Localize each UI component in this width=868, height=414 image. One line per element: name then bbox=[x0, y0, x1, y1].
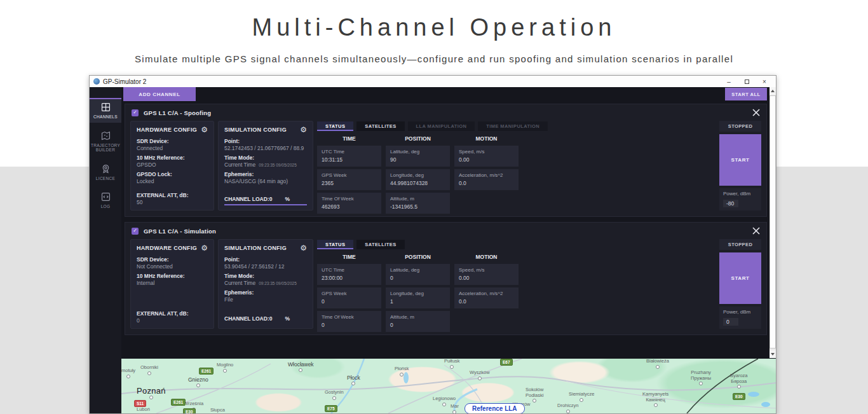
sidebar-item-label: CHANNELS bbox=[93, 114, 118, 120]
road-badge: S11 bbox=[134, 400, 146, 407]
gear-icon[interactable]: ⚙ bbox=[300, 244, 307, 252]
channel-name: GPS L1 C/A - Spoofing bbox=[144, 109, 211, 116]
gear-icon[interactable]: ⚙ bbox=[201, 244, 208, 252]
toolbar: ADD CHANNEL START ALL bbox=[121, 87, 776, 101]
ephemeris-value: NASA/USCG (64 min ago) bbox=[224, 178, 307, 184]
status-field: Altitude, m -1341965.5 bbox=[386, 193, 450, 214]
map-city-label: Wyszków bbox=[470, 370, 490, 380]
channel-card-spoofing: GPS L1 C/A - Spoofing HARDWARE CONFIG ⚙ bbox=[125, 104, 767, 217]
window-titlebar: GP-Simulator 2 – × bbox=[90, 76, 776, 87]
map-city-label: Kamyanyets Камянец bbox=[642, 392, 668, 407]
road-badge: E261 bbox=[199, 368, 214, 375]
map-city-label: Płońsk bbox=[395, 366, 409, 376]
road-badge: E67 bbox=[500, 359, 513, 366]
status-column-position: POSITION Latitude, deg 0 bbox=[386, 254, 450, 335]
page-title: Multi-Channel Operation bbox=[0, 14, 868, 41]
point-value: 52.1742453 / 21.06776967 / 88.9 bbox=[224, 145, 307, 151]
channel-enabled-checkbox[interactable] bbox=[132, 228, 139, 235]
time-stamp: 09:23:35 09/05/2025 bbox=[259, 281, 297, 286]
close-button[interactable]: × bbox=[756, 76, 773, 86]
point-label: Point: bbox=[224, 138, 307, 144]
tab-satellites[interactable]: SATELLITES bbox=[356, 240, 404, 249]
hardware-field: 10 MHz Reference: Internal bbox=[137, 273, 208, 286]
road-badge: E261 bbox=[171, 399, 186, 406]
minimize-button[interactable]: – bbox=[720, 76, 738, 86]
external-att-field: EXTERNAL ATT, dB: 50 bbox=[137, 189, 208, 205]
channel-close-button[interactable] bbox=[752, 227, 760, 235]
close-icon bbox=[752, 109, 760, 116]
map-city-label: Płock bbox=[347, 375, 360, 385]
reference-lla-label[interactable]: Reference LLA bbox=[465, 403, 525, 413]
tab-status[interactable]: STATUS bbox=[317, 240, 353, 249]
tab-status[interactable]: STATUS bbox=[317, 121, 353, 131]
ephemeris-label: Ephemeris: bbox=[224, 171, 307, 177]
tab-satellites[interactable]: SATELLITES bbox=[356, 121, 404, 131]
status-field: Time Of Week 0 bbox=[317, 311, 381, 332]
sidebar-item-channels[interactable]: CHANNELS bbox=[90, 98, 121, 123]
map-city-label: Gniezno bbox=[188, 377, 208, 387]
map-city-label: Byaroza Бяроза bbox=[730, 373, 748, 389]
power-value[interactable]: 0 bbox=[723, 318, 738, 326]
channel-enabled-checkbox[interactable] bbox=[132, 109, 139, 116]
sidebar-item-licence[interactable]: LICENCE bbox=[90, 160, 121, 184]
status-column-position: POSITION Latitude, deg 90 bbox=[386, 135, 450, 216]
map-city-label: Pruzhany Пружаны bbox=[691, 370, 711, 385]
scrollbar-thumb[interactable] bbox=[770, 95, 776, 348]
add-channel-button[interactable]: ADD CHANNEL bbox=[123, 87, 196, 101]
map-city-label: Sokołów Podlaski bbox=[526, 387, 543, 403]
status-field: UTC Time 10:31:15 bbox=[317, 146, 381, 167]
tab-lla-manipulation: LLA MANIPULATION bbox=[408, 121, 475, 131]
maximize-button[interactable] bbox=[738, 76, 756, 86]
channels-grid-icon bbox=[100, 102, 111, 113]
channel-card-simulation: GPS L1 C/A - Simulation HARDWARE CONFIG … bbox=[125, 222, 767, 335]
hardware-config-panel: HARDWARE CONFIG ⚙ SDR Device: Connected bbox=[130, 121, 214, 210]
status-field: Latitude, deg 90 bbox=[386, 146, 450, 167]
start-all-button[interactable]: START ALL bbox=[725, 88, 767, 100]
sidebar: CHANNELS TRAJECTORY BUILDER LICENCE LOG bbox=[90, 87, 121, 413]
map-city-label: Poznań bbox=[137, 387, 166, 399]
status-field: GPS Week 0 bbox=[317, 287, 381, 308]
map-city-label: Słupca bbox=[210, 408, 225, 413]
time-mode-label: Time Mode: bbox=[224, 273, 307, 279]
hardware-field: GPSDO Lock: Locked bbox=[137, 171, 208, 184]
hardware-config-panel: HARDWARE CONFIG ⚙ SDR Device: Not Connec… bbox=[130, 239, 214, 329]
gear-icon[interactable]: ⚙ bbox=[300, 126, 307, 134]
app-icon bbox=[93, 78, 100, 85]
run-state-badge: STOPPED bbox=[719, 121, 761, 132]
channel-name: GPS L1 C/A - Simulation bbox=[144, 228, 216, 235]
road-badge: E30 bbox=[183, 408, 196, 413]
map-city-label: Siemiatycze bbox=[569, 392, 594, 402]
status-field: Longitude, deg 1 bbox=[386, 287, 450, 308]
time-mode-label: Time Mode: bbox=[224, 155, 307, 161]
channel-load: CHANNEL LOAD:0 % bbox=[224, 315, 307, 324]
sidebar-item-label: LOG bbox=[101, 204, 111, 209]
status-field: Latitude, deg 0 bbox=[386, 264, 450, 285]
code-icon bbox=[100, 191, 111, 202]
sidebar-item-log[interactable]: LOG bbox=[90, 188, 121, 212]
sidebar-item-trajectory-builder[interactable]: TRAJECTORY BUILDER bbox=[90, 127, 121, 156]
map-city-label: Mar bbox=[451, 404, 459, 413]
panel-title: SIMULATION CONFIG bbox=[224, 245, 287, 251]
point-value: 53.90454 / 27.56152 / 12 bbox=[224, 263, 307, 270]
hardware-field: SDR Device: Connected bbox=[137, 138, 208, 151]
power-value[interactable]: -80 bbox=[723, 200, 738, 207]
channel-close-button[interactable] bbox=[752, 109, 760, 116]
scroll-down-arrow[interactable] bbox=[770, 350, 776, 358]
hardware-field: 10 MHz Reference: GPSDO bbox=[137, 155, 208, 168]
map[interactable]: motułyObornikiMogilnoWłocławekPłockGniez… bbox=[121, 359, 776, 413]
road-badge: E30 bbox=[733, 393, 745, 400]
time-mode-value: Current Time09:23:35 09/05/2025 bbox=[224, 280, 307, 286]
map-icon bbox=[100, 130, 111, 141]
status-field: Acceleration, m/s^2 0.0 bbox=[454, 169, 519, 190]
start-button[interactable]: START bbox=[719, 134, 761, 186]
map-city-label: Gostynin bbox=[325, 390, 344, 400]
map-city-label: Drohiczyn bbox=[557, 403, 578, 413]
vertical-scrollbar[interactable] bbox=[770, 87, 776, 358]
status-panel: STATUS SATELLITES TIME bbox=[317, 239, 715, 329]
gear-icon[interactable]: ⚙ bbox=[201, 126, 208, 134]
external-att-field: EXTERNAL ATT, dB: 0 bbox=[137, 307, 208, 324]
sidebar-item-label: TRAJECTORY BUILDER bbox=[90, 143, 121, 153]
channel-list: GPS L1 C/A - Spoofing HARDWARE CONFIG ⚙ bbox=[121, 101, 776, 359]
scroll-up-arrow[interactable] bbox=[770, 87, 776, 95]
start-button[interactable]: START bbox=[719, 252, 761, 304]
